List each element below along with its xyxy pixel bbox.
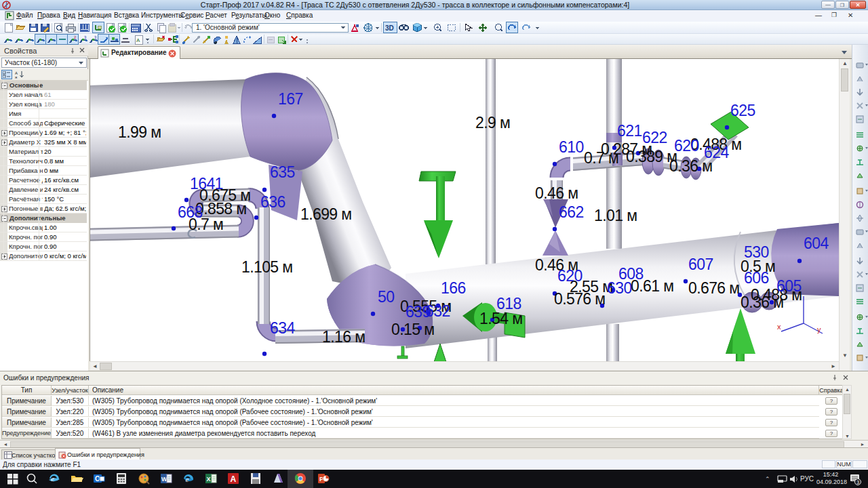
svg-text:620: 620 bbox=[557, 267, 583, 285]
svg-text:530: 530 bbox=[744, 243, 769, 261]
svg-text:604: 604 bbox=[804, 235, 829, 252]
svg-text:620: 620 bbox=[674, 137, 699, 155]
svg-text:3: 3 bbox=[84, 35, 87, 39]
svg-text:632: 632 bbox=[425, 302, 450, 320]
svg-text:1.16 м: 1.16 м bbox=[322, 328, 365, 346]
svg-text:0.576 м: 0.576 м bbox=[554, 290, 606, 308]
svg-text:я: я bbox=[15, 75, 17, 79]
svg-text:3: 3 bbox=[856, 480, 859, 485]
svg-text:y: y bbox=[817, 325, 821, 333]
svg-text:1.105 м: 1.105 м bbox=[241, 258, 293, 276]
svg-text:e: e bbox=[51, 474, 54, 483]
svg-text:1.699 м: 1.699 м bbox=[300, 205, 352, 223]
svg-text:3D: 3D bbox=[385, 24, 394, 32]
svg-text:x: x bbox=[777, 323, 781, 331]
svg-text:0.46 м: 0.46 м bbox=[535, 184, 578, 202]
svg-text:634: 634 bbox=[270, 319, 295, 337]
svg-text:625: 625 bbox=[730, 102, 755, 119]
svg-text:166: 166 bbox=[441, 279, 466, 297]
svg-text:622: 622 bbox=[642, 129, 667, 146]
svg-text:A: A bbox=[231, 474, 237, 484]
svg-text:A: A bbox=[136, 37, 140, 43]
svg-text:1. 'Основной режим': 1. 'Основной режим' bbox=[196, 24, 260, 31]
svg-text:635: 635 bbox=[270, 163, 295, 181]
svg-text:1641: 1641 bbox=[190, 175, 223, 192]
svg-text:621: 621 bbox=[617, 122, 642, 140]
svg-text:662: 662 bbox=[559, 203, 584, 221]
svg-text:0.36 м: 0.36 м bbox=[741, 293, 783, 311]
svg-text:607: 607 bbox=[688, 256, 713, 273]
svg-text:50: 50 bbox=[378, 288, 394, 306]
svg-text:606: 606 bbox=[744, 269, 769, 287]
svg-text:630: 630 bbox=[607, 279, 632, 297]
svg-text:167: 167 bbox=[278, 90, 303, 108]
svg-text:e: e bbox=[186, 475, 189, 483]
svg-text:3: 3 bbox=[94, 35, 97, 39]
svg-text:2.9 м: 2.9 м bbox=[475, 114, 510, 131]
svg-text:0.676 м: 0.676 м bbox=[688, 279, 740, 297]
svg-text:618: 618 bbox=[496, 295, 521, 312]
svg-text:636: 636 bbox=[260, 193, 285, 211]
svg-text:668: 668 bbox=[178, 203, 203, 221]
svg-text:1.99 м: 1.99 м bbox=[118, 123, 161, 141]
svg-text:624: 624 bbox=[704, 144, 729, 161]
svg-text:605: 605 bbox=[776, 277, 802, 295]
svg-text:610: 610 bbox=[559, 138, 584, 156]
svg-text:0.15 м: 0.15 м bbox=[391, 321, 434, 338]
svg-text:X: X bbox=[207, 476, 211, 483]
svg-text:1.01 м: 1.01 м bbox=[594, 207, 637, 224]
